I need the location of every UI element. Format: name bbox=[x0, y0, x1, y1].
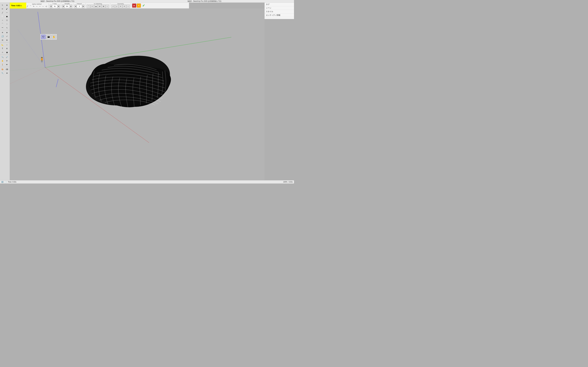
spline-btn-2[interactable]: ⌒ bbox=[29, 5, 32, 8]
freehand-tool-pair: 〜 ∿ bbox=[0, 26, 9, 30]
title-bar-left: 無題2 - SketchUp Pro 2020 (試用期間残り7日) bbox=[0, 0, 115, 3]
simplify-input[interactable] bbox=[64, 5, 70, 8]
spline-btn-1[interactable]: ╱ bbox=[26, 5, 29, 8]
extra-tool-pair: 🔧 ⚙ bbox=[0, 71, 9, 75]
arc2-tool[interactable]: ⌣ bbox=[5, 22, 9, 26]
title-bar-right: 無題3 - SketchUp Pro 2020 (試用期間残り7日) bbox=[115, 0, 294, 3]
zoom-all-tool[interactable]: 🔎 bbox=[5, 55, 9, 59]
float-btn-hand[interactable]: ✋ bbox=[51, 34, 56, 39]
extra-tool-2[interactable]: ⚙ bbox=[5, 71, 9, 75]
rotate-tool[interactable]: 🔄 bbox=[0, 34, 5, 38]
pan-tool-pair: ✋ ⟳ bbox=[0, 59, 9, 63]
spline-btn-3[interactable]: ∿ bbox=[32, 5, 35, 8]
geo-btn-5[interactable]: ↔ bbox=[126, 5, 130, 8]
select-tool2[interactable]: ⊕ bbox=[5, 3, 9, 7]
geo-btn-1[interactable]: ↗ bbox=[111, 5, 115, 8]
zoom-tool[interactable]: 🔍 bbox=[0, 55, 5, 59]
arc-tool-pair: ⌒ ⌣ bbox=[0, 22, 9, 26]
freeline-tool[interactable]: 〰 bbox=[5, 11, 9, 14]
pull-tool[interactable]: ⊕ bbox=[5, 31, 9, 34]
walk-tool[interactable]: 🚶 bbox=[0, 63, 5, 66]
geo-btn-4[interactable]: ✕ bbox=[122, 5, 126, 8]
move-tool[interactable]: ✛ bbox=[0, 31, 5, 34]
rect-tool-pair: ⬜ ◼ bbox=[0, 15, 9, 18]
paint-tool[interactable]: 🖌 bbox=[5, 7, 9, 11]
status-time-left: Time: 0.02s bbox=[8, 181, 17, 183]
simplify-prev[interactable]: ◀ bbox=[62, 5, 64, 8]
model-btn-1[interactable]: ▶ bbox=[132, 3, 136, 8]
vx-btn-2[interactable]: ⊃ bbox=[90, 5, 94, 8]
dim-tool[interactable]: ↔ bbox=[5, 43, 9, 47]
seq-prev[interactable]: ◀ bbox=[50, 5, 52, 8]
paint-fill-pair: 🎨 ⌫ bbox=[0, 67, 9, 71]
rotate-tool-pair: 🔄 ⤢ bbox=[0, 34, 9, 38]
simplify-section: Simplify ◀ ▶ bbox=[62, 3, 73, 8]
move-tool-pair: ✛ ⊕ bbox=[0, 31, 9, 34]
svg-line-6 bbox=[56, 79, 58, 87]
extra-tool-1[interactable]: 🔧 bbox=[0, 71, 5, 75]
select-tool[interactable]: ↖ bbox=[0, 3, 5, 7]
walk-tool-pair: 🚶 👁 bbox=[0, 63, 9, 66]
geo-btn-3[interactable]: ✕ bbox=[119, 5, 122, 8]
spline-btn-4[interactable]: ⌢ bbox=[35, 5, 38, 8]
panel-tags[interactable]: タグ bbox=[265, 3, 294, 6]
text3d-tool[interactable]: A bbox=[5, 47, 9, 50]
interpolate-prev[interactable]: ◀ bbox=[74, 5, 77, 8]
confirm-btn[interactable]: ✓ bbox=[141, 3, 146, 8]
scale-tool[interactable]: ⤢ bbox=[5, 34, 9, 38]
measure-tool[interactable]: 📐 bbox=[0, 43, 5, 47]
measure-tool-pair: 📐 ↔ bbox=[0, 43, 9, 47]
vx-matching-section: Vx Matching ⌒ ⊃ ▬ ⊞ ⊠ ↔ bbox=[87, 3, 110, 8]
panel-entity-info[interactable]: エンティティ情報 bbox=[265, 13, 294, 17]
freehand-tool[interactable]: 〜 bbox=[0, 26, 5, 30]
seq-input[interactable] bbox=[52, 5, 57, 8]
interpolate-input[interactable] bbox=[77, 5, 82, 8]
spline-method-section: Spline Method ╱ ⌒ ∿ ⌢ ∽ ⌣ ◁ bbox=[26, 3, 49, 8]
axes-tool[interactable]: ⊹ bbox=[0, 50, 5, 54]
simplify-next[interactable]: ▶ bbox=[70, 5, 72, 8]
main-viewport[interactable]: 🧍 🛡 🏔 ✋ bbox=[10, 8, 264, 180]
spline-btn-5[interactable]: ∽ bbox=[38, 5, 41, 8]
info-icon[interactable]: ℹ️ bbox=[1, 181, 3, 183]
text-tool[interactable]: T bbox=[0, 47, 5, 50]
panel-styles[interactable]: スタイル bbox=[265, 10, 294, 13]
shape-tool[interactable]: ◼ bbox=[5, 15, 9, 18]
paint-fill-tool[interactable]: 🎨 bbox=[0, 67, 5, 71]
circle-tool[interactable]: ○ bbox=[0, 18, 5, 22]
text-tool-pair: T A bbox=[0, 47, 9, 50]
lasso-tool[interactable]: ✏ bbox=[0, 7, 5, 11]
path-tool[interactable]: ⊛ bbox=[5, 38, 9, 42]
vx-btn-3[interactable]: ▬ bbox=[94, 5, 98, 8]
spline-btn-7[interactable]: ◁ bbox=[45, 5, 48, 8]
vx-btn-6[interactable]: ↔ bbox=[105, 5, 109, 8]
rect-tool[interactable]: ⬜ bbox=[0, 15, 5, 18]
offset-tool[interactable]: ⊡ bbox=[0, 38, 5, 42]
select-tool-pair: ↖ ⊕ bbox=[0, 3, 9, 7]
pan-tool[interactable]: ✋ bbox=[0, 59, 5, 63]
person-figure: 🧍 bbox=[39, 57, 45, 62]
orbit-tool[interactable]: ⟳ bbox=[5, 59, 9, 63]
geo-btn-2[interactable]: ↙ bbox=[115, 5, 119, 8]
curve-tool[interactable]: ∿ bbox=[5, 26, 9, 30]
svg-line-5 bbox=[10, 67, 45, 71]
float-btn-mountain[interactable]: 🏔 bbox=[46, 34, 51, 39]
status-bar: ℹ️ 🕐 Time: 0.02s 100% 0.02s bbox=[0, 180, 294, 184]
vx-btn-5[interactable]: ⊠ bbox=[102, 5, 105, 8]
eraser-tool[interactable]: ⌫ bbox=[5, 67, 9, 71]
circle-tool-pair: ○ ⬡ bbox=[0, 18, 9, 22]
vx-btn-4[interactable]: ⊞ bbox=[98, 5, 102, 8]
polygon-tool[interactable]: ⬡ bbox=[5, 18, 9, 22]
lasso-tool-pair: ✏ 🖌 bbox=[0, 7, 9, 11]
vx-btn-1[interactable]: ⌒ bbox=[87, 5, 90, 8]
float-btn-shield[interactable]: 🛡 bbox=[41, 34, 46, 39]
line-tool[interactable]: ╱ bbox=[0, 11, 5, 14]
panel-scenes[interactable]: シーン bbox=[265, 6, 294, 10]
seq-next[interactable]: ▶ bbox=[58, 5, 60, 8]
spline-btn-6[interactable]: ⌣ bbox=[42, 5, 44, 8]
model-btn-2[interactable]: ★ bbox=[137, 3, 141, 8]
status-time-right: 0.02s bbox=[289, 181, 293, 183]
arc-tool[interactable]: ⌒ bbox=[0, 22, 5, 26]
section-tool[interactable]: ▣ bbox=[5, 50, 9, 54]
interpolate-next[interactable]: ▶ bbox=[82, 5, 85, 8]
look-tool[interactable]: 👁 bbox=[5, 63, 9, 66]
